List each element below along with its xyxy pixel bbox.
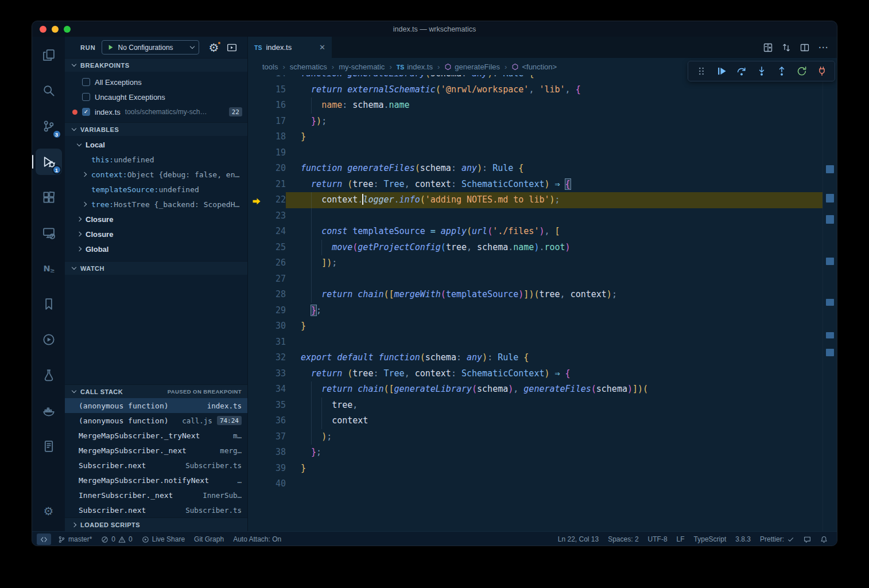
- gutter-margin[interactable]: [248, 287, 263, 303]
- variable-item[interactable]: tree: HostTree {_backend: ScopedH…: [65, 197, 247, 212]
- line-number[interactable]: 29: [263, 303, 286, 319]
- gutter-margin[interactable]: [248, 82, 263, 98]
- line-number[interactable]: 19: [263, 145, 286, 161]
- debug-console-icon[interactable]: [227, 42, 237, 53]
- gutter-margin[interactable]: [248, 303, 263, 319]
- line-number[interactable]: 33: [263, 366, 286, 382]
- line-number[interactable]: 24: [263, 224, 286, 240]
- code-line[interactable]: 23: [248, 208, 837, 224]
- gutter-margin[interactable]: [248, 161, 263, 177]
- title-bar[interactable]: index.ts — wrkschematics: [32, 21, 837, 37]
- breakpoint-checkbox[interactable]: [82, 78, 90, 86]
- status-git-branch[interactable]: master*: [53, 532, 96, 546]
- line-number[interactable]: 22: [263, 192, 286, 208]
- code-line[interactable]: 29 };: [248, 303, 837, 319]
- gutter-margin[interactable]: [248, 114, 263, 130]
- activity-item-docker[interactable]: [36, 398, 62, 424]
- code-editor[interactable]: 14function generateLibrary(schema: any):…: [248, 75, 837, 531]
- drag-handle-button[interactable]: [692, 63, 711, 80]
- line-number[interactable]: 15: [263, 82, 286, 98]
- line-number[interactable]: 20: [263, 161, 286, 177]
- line-number[interactable]: 16: [263, 98, 286, 114]
- line-number[interactable]: 18: [263, 129, 286, 145]
- activity-item-notebook[interactable]: [36, 433, 62, 460]
- code-line[interactable]: 39}: [248, 461, 837, 477]
- gutter-margin[interactable]: [248, 177, 263, 193]
- status-feedback[interactable]: [799, 532, 816, 546]
- line-number[interactable]: 26: [263, 255, 286, 271]
- code-line[interactable]: 38 };: [248, 445, 837, 461]
- gutter-margin[interactable]: [248, 208, 263, 224]
- code-line[interactable]: 18}: [248, 129, 837, 145]
- call-stack-frame[interactable]: (anonymous function)call.js74:24: [65, 413, 247, 428]
- gutter-margin[interactable]: [248, 255, 263, 271]
- line-number[interactable]: 37: [263, 429, 286, 445]
- gutter-margin[interactable]: [248, 98, 263, 114]
- status-language-mode[interactable]: TypeScript: [689, 532, 731, 546]
- line-number[interactable]: 21: [263, 177, 286, 193]
- split-editor-button[interactable]: [800, 43, 809, 52]
- variable-item[interactable]: context: Object {debug: false, en…: [65, 167, 247, 182]
- code-line[interactable]: 21 return (tree: Tree, context: Schemati…: [248, 177, 837, 193]
- call-stack-frame[interactable]: MergeMapSubscriber._nextmerg…: [65, 443, 247, 458]
- code-line[interactable]: 17 });: [248, 114, 837, 130]
- breakpoint-item[interactable]: Uncaught Exceptions: [65, 89, 247, 104]
- variable-item[interactable]: templateSource: undefined: [65, 182, 247, 197]
- open-changes-button[interactable]: [763, 43, 773, 52]
- status-live-share[interactable]: Live Share: [137, 532, 189, 546]
- code-line[interactable]: 20function generateFiles(schema: any): R…: [248, 161, 837, 177]
- line-number[interactable]: 23: [263, 208, 286, 224]
- breadcrumb-item[interactable]: generateFiles: [444, 63, 500, 71]
- step-into-button[interactable]: [752, 63, 771, 80]
- variables-scope[interactable]: Closure: [65, 227, 247, 242]
- code-line[interactable]: 40: [248, 476, 837, 492]
- more-actions-button[interactable]: ⋯: [818, 43, 828, 52]
- line-number[interactable]: 40: [263, 476, 286, 492]
- breakpoint-item[interactable]: ✓index.tstools/schematics/my-sch…22: [65, 104, 247, 119]
- code-line[interactable]: 22 context.logger.info('adding NOTES.md …: [248, 192, 837, 208]
- call-stack-frame[interactable]: MergeMapSubscriber._tryNextm…: [65, 428, 247, 443]
- tab-index-ts[interactable]: TS index.ts ✕: [248, 37, 332, 58]
- variables-scope[interactable]: Closure: [65, 212, 247, 227]
- code-line[interactable]: 28 return chain([mergeWith(templateSourc…: [248, 287, 837, 303]
- status-prettier[interactable]: Prettier:: [755, 532, 799, 546]
- activity-item-bookmarks[interactable]: [36, 291, 62, 317]
- line-number[interactable]: 31: [263, 334, 286, 351]
- line-number[interactable]: 32: [263, 350, 286, 366]
- zoom-window-button[interactable]: [64, 26, 71, 33]
- debug-settings-gear-icon[interactable]: ⚙: [208, 42, 220, 53]
- gutter-margin[interactable]: [248, 271, 263, 287]
- activity-item-run-and-debug[interactable]: 1: [36, 149, 62, 175]
- gutter-margin[interactable]: [248, 350, 263, 366]
- breakpoint-checkbox[interactable]: [82, 93, 90, 101]
- code-line[interactable]: 34 return chain([generateLibrary(schema)…: [248, 381, 837, 398]
- breadcrumb-item[interactable]: my-schematic: [339, 63, 385, 71]
- variable-item[interactable]: this: undefined: [65, 152, 247, 167]
- line-number[interactable]: 25: [263, 240, 286, 256]
- line-number[interactable]: 27: [263, 271, 286, 287]
- line-number[interactable]: 35: [263, 398, 286, 414]
- close-icon[interactable]: ✕: [319, 43, 325, 52]
- call-stack-frame[interactable]: InnerSubscriber._nextInnerSub…: [65, 488, 247, 503]
- continue-button[interactable]: [712, 63, 731, 80]
- call-stack-frame[interactable]: Subscriber.nextSubscriber.ts: [65, 458, 247, 473]
- status-git-graph[interactable]: Git Graph: [189, 532, 228, 546]
- gutter-margin[interactable]: [248, 381, 263, 398]
- close-window-button[interactable]: [40, 26, 46, 33]
- variables-scope[interactable]: Local: [65, 137, 247, 152]
- code-line[interactable]: 36 context: [248, 413, 837, 429]
- line-number[interactable]: 39: [263, 461, 286, 477]
- status-remote[interactable]: [37, 534, 51, 545]
- gutter-margin[interactable]: [248, 75, 263, 82]
- gutter-margin[interactable]: [248, 429, 263, 445]
- status-typescript-version[interactable]: 3.8.3: [731, 532, 755, 546]
- activity-item-settings[interactable]: ⚙: [36, 498, 62, 524]
- breadcrumb-item[interactable]: schematics: [290, 63, 327, 71]
- call-stack-frame[interactable]: MergeMapSubscriber.notifyNext…: [65, 473, 247, 488]
- gutter-margin[interactable]: [248, 192, 263, 208]
- activity-item-explorer[interactable]: [36, 42, 62, 68]
- breakpoint-item[interactable]: All Exceptions: [65, 75, 247, 89]
- breadcrumb-item[interactable]: TSindex.ts: [397, 63, 433, 71]
- status-auto-attach[interactable]: Auto Attach: On: [228, 532, 286, 546]
- minimize-window-button[interactable]: [52, 26, 59, 33]
